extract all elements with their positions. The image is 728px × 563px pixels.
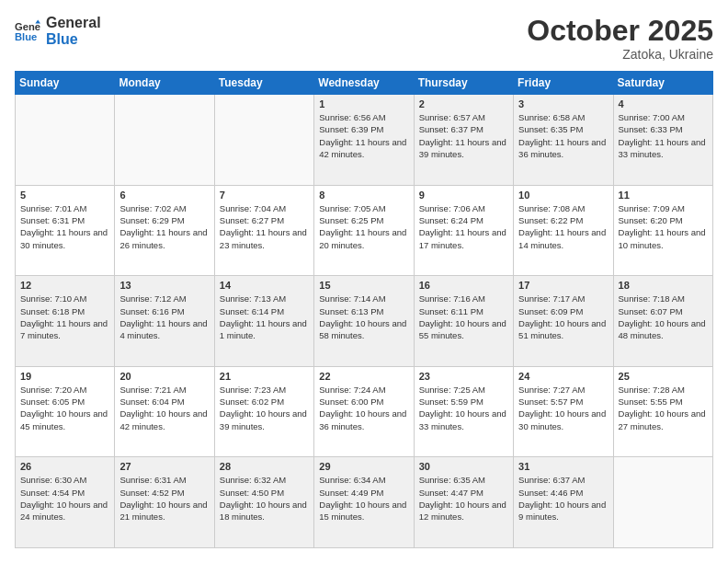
cell-content-line: Daylight: 11 hours and 33 minutes.	[619, 136, 708, 161]
cell-content-line: Sunrise: 7:23 AM	[220, 384, 309, 396]
day-number: 5	[20, 190, 109, 201]
calendar-cell: 31Sunrise: 6:37 AMSunset: 4:46 PMDayligh…	[514, 457, 613, 548]
cell-content-line: Sunrise: 7:13 AM	[220, 293, 309, 304]
calendar-cell: 24Sunrise: 7:27 AMSunset: 5:57 PMDayligh…	[514, 366, 613, 457]
day-number: 9	[419, 190, 508, 201]
calendar-cell: 29Sunrise: 6:34 AMSunset: 4:49 PMDayligh…	[314, 457, 414, 548]
calendar-cell: 30Sunrise: 6:35 AMSunset: 4:47 PMDayligh…	[414, 457, 513, 548]
cell-content-line: Daylight: 11 hours and 30 minutes.	[20, 226, 109, 251]
cell-content-line: Sunset: 6:33 PM	[619, 123, 708, 135]
cell-content-line: Sunrise: 7:20 AM	[20, 384, 109, 396]
cell-content-line: Sunset: 6:04 PM	[119, 396, 209, 408]
calendar-cell	[16, 95, 115, 186]
cell-content-line: Daylight: 11 hours and 4 minutes.	[119, 317, 209, 342]
cell-content-line: Sunset: 6:05 PM	[20, 396, 109, 408]
calendar-cell: 25Sunrise: 7:28 AMSunset: 5:55 PMDayligh…	[613, 366, 712, 457]
cell-content-line: Sunrise: 7:06 AM	[419, 202, 508, 214]
cell-content-line: Sunrise: 6:34 AM	[319, 474, 408, 486]
calendar-cell: 6Sunrise: 7:02 AMSunset: 6:29 PMDaylight…	[115, 185, 214, 276]
cell-content-line: Sunrise: 7:17 AM	[518, 293, 608, 304]
day-number: 21	[220, 371, 309, 382]
day-number: 23	[419, 371, 508, 382]
calendar-header-row: Sunday Monday Tuesday Wednesday Thursday…	[16, 72, 713, 95]
cell-content-line: Daylight: 11 hours and 7 minutes.	[20, 317, 109, 342]
calendar-week-row: 12Sunrise: 7:10 AMSunset: 6:18 PMDayligh…	[16, 276, 713, 367]
day-number: 15	[319, 280, 408, 291]
day-number: 19	[20, 371, 109, 382]
calendar-cell: 22Sunrise: 7:24 AMSunset: 6:00 PMDayligh…	[314, 366, 414, 457]
month-title: October 2025	[527, 15, 713, 47]
cell-content-line: Sunset: 4:52 PM	[119, 487, 209, 499]
calendar-cell: 10Sunrise: 7:08 AMSunset: 6:22 PMDayligh…	[514, 185, 613, 276]
cell-content-line: Daylight: 10 hours and 15 minutes.	[319, 499, 408, 523]
location-subtitle: Zatoka, Ukraine	[527, 47, 713, 62]
day-number: 18	[619, 280, 708, 291]
cell-content-line: Daylight: 11 hours and 10 minutes.	[619, 226, 708, 251]
cell-content-line: Sunrise: 7:04 AM	[220, 202, 309, 214]
cell-content-line: Sunrise: 7:08 AM	[518, 202, 608, 214]
calendar-cell: 3Sunrise: 6:58 AMSunset: 6:35 PMDaylight…	[514, 95, 613, 186]
title-block: October 2025 Zatoka, Ukraine	[527, 15, 713, 62]
cell-content-line: Sunset: 6:07 PM	[619, 305, 708, 317]
cell-content-line: Daylight: 10 hours and 58 minutes.	[319, 317, 408, 342]
col-saturday: Saturday	[613, 72, 712, 95]
cell-content-line: Sunset: 6:09 PM	[518, 305, 608, 317]
cell-content-line: Sunset: 6:37 PM	[419, 123, 508, 135]
cell-content-line: Daylight: 10 hours and 30 minutes.	[518, 408, 608, 432]
cell-content-line: Sunrise: 6:30 AM	[20, 474, 109, 486]
cell-content-line: Daylight: 10 hours and 27 minutes.	[619, 408, 708, 432]
day-number: 1	[319, 98, 408, 109]
cell-content-line: Sunrise: 7:01 AM	[20, 202, 109, 214]
day-number: 22	[319, 371, 408, 382]
cell-content-line: Sunset: 6:13 PM	[319, 305, 408, 317]
logo-icon: General Blue	[15, 18, 40, 44]
cell-content-line: Daylight: 11 hours and 17 minutes.	[419, 226, 508, 251]
calendar-cell: 2Sunrise: 6:57 AMSunset: 6:37 PMDaylight…	[414, 95, 513, 186]
day-number: 25	[619, 371, 708, 382]
day-number: 13	[119, 280, 209, 291]
calendar-cell: 4Sunrise: 7:00 AMSunset: 6:33 PMDaylight…	[613, 95, 712, 186]
cell-content-line: Daylight: 11 hours and 20 minutes.	[319, 226, 408, 251]
cell-content-line: Sunrise: 7:14 AM	[319, 293, 408, 304]
cell-content-line: Daylight: 10 hours and 45 minutes.	[20, 408, 109, 432]
cell-content-line: Sunrise: 7:27 AM	[518, 384, 608, 396]
cell-content-line: Sunrise: 6:35 AM	[419, 474, 508, 486]
cell-content-line: Sunrise: 7:18 AM	[619, 293, 708, 304]
cell-content-line: Sunset: 6:29 PM	[119, 214, 209, 226]
calendar-week-row: 19Sunrise: 7:20 AMSunset: 6:05 PMDayligh…	[16, 366, 713, 457]
cell-content-line: Daylight: 10 hours and 39 minutes.	[220, 408, 309, 432]
cell-content-line: Sunset: 6:16 PM	[119, 305, 209, 317]
calendar-cell: 9Sunrise: 7:06 AMSunset: 6:24 PMDaylight…	[414, 185, 513, 276]
cell-content-line: Sunset: 4:50 PM	[220, 487, 309, 499]
cell-content-line: Sunset: 4:47 PM	[419, 487, 508, 499]
cell-content-line: Daylight: 10 hours and 12 minutes.	[419, 499, 508, 523]
day-number: 30	[419, 461, 508, 472]
cell-content-line: Sunset: 6:24 PM	[419, 214, 508, 226]
cell-content-line: Sunrise: 6:32 AM	[220, 474, 309, 486]
logo-text-general: General	[46, 15, 101, 31]
cell-content-line: Daylight: 10 hours and 21 minutes.	[119, 499, 209, 523]
day-number: 24	[518, 371, 608, 382]
calendar-cell: 16Sunrise: 7:16 AMSunset: 6:11 PMDayligh…	[414, 276, 513, 367]
cell-content-line: Daylight: 10 hours and 51 minutes.	[518, 317, 608, 342]
calendar-cell: 21Sunrise: 7:23 AMSunset: 6:02 PMDayligh…	[214, 366, 313, 457]
cell-content-line: Sunrise: 6:31 AM	[119, 474, 209, 486]
cell-content-line: Sunrise: 7:12 AM	[119, 293, 209, 304]
cell-content-line: Sunrise: 7:24 AM	[319, 384, 408, 396]
cell-content-line: Daylight: 11 hours and 42 minutes.	[319, 136, 408, 161]
cell-content-line: Sunrise: 7:02 AM	[119, 202, 209, 214]
day-number: 26	[20, 461, 109, 472]
cell-content-line: Sunset: 4:46 PM	[518, 487, 608, 499]
cell-content-line: Daylight: 10 hours and 48 minutes.	[619, 317, 708, 342]
cell-content-line: Sunrise: 6:58 AM	[518, 111, 608, 123]
col-monday: Monday	[115, 72, 214, 95]
cell-content-line: Sunset: 6:25 PM	[319, 214, 408, 226]
cell-content-line: Sunrise: 7:25 AM	[419, 384, 508, 396]
cell-content-line: Daylight: 10 hours and 55 minutes.	[419, 317, 508, 342]
col-wednesday: Wednesday	[314, 72, 414, 95]
cell-content-line: Sunset: 6:18 PM	[20, 305, 109, 317]
cell-content-line: Daylight: 10 hours and 9 minutes.	[518, 499, 608, 523]
day-number: 31	[518, 461, 608, 472]
calendar-week-row: 26Sunrise: 6:30 AMSunset: 4:54 PMDayligh…	[16, 457, 713, 548]
cell-content-line: Sunset: 4:49 PM	[319, 487, 408, 499]
